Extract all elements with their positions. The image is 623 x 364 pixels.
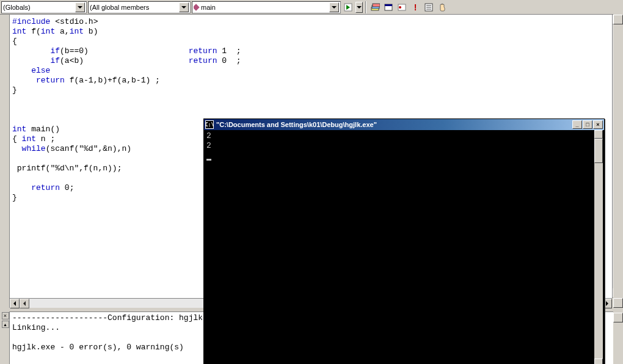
console-titlebar[interactable]: C:\ "C:\Documents and Settings\k01\Debug… — [204, 119, 604, 130]
function-dropdown[interactable]: main — [192, 1, 341, 13]
console-window[interactable]: C:\ "C:\Documents and Settings\k01\Debug… — [203, 118, 605, 364]
console-icon: C:\ — [205, 120, 214, 129]
output-gutter: × ▲ — [1, 311, 10, 364]
scroll-left-button-2[interactable] — [20, 299, 29, 308]
members-dropdown-button[interactable] — [179, 2, 189, 12]
console-scroll-down[interactable] — [594, 359, 603, 364]
hand-icon — [437, 2, 447, 12]
scope-dropdown[interactable]: (Globals) — [1, 1, 87, 13]
bookmarks-button[interactable] — [369, 1, 381, 13]
console-title-text: "C:\Documents and Settings\k01\Debug\hgj… — [216, 121, 572, 128]
outer-scroll-up[interactable] — [613, 15, 623, 24]
function-icon — [194, 4, 200, 10]
scroll-left-button[interactable] — [10, 299, 20, 308]
maximize-button[interactable]: □ — [583, 120, 592, 129]
members-dropdown[interactable]: (All global members — [88, 1, 191, 13]
members-value: (All global members — [90, 4, 178, 11]
scope-dropdown-button[interactable] — [75, 2, 85, 12]
console-vscroll[interactable] — [594, 130, 603, 364]
window-button[interactable] — [382, 1, 395, 13]
editor-gutter — [1, 15, 10, 308]
function-dropdown-button[interactable] — [329, 2, 339, 12]
svg-rect-3 — [373, 4, 380, 7]
list-button[interactable] — [423, 1, 435, 13]
stack-icon — [370, 2, 380, 12]
output-line: hgjlk.exe - 0 error(s), 0 warning(s) — [12, 343, 184, 352]
hand-button[interactable] — [436, 1, 448, 13]
exclaim-button[interactable]: ! — [409, 1, 421, 13]
console-line: 2 — [206, 131, 211, 140]
output-line: --------------------Configuration: hgjlk — [12, 313, 203, 322]
list-icon — [424, 2, 434, 12]
console-line: 2 — [206, 141, 211, 150]
toolbar-separator — [365, 1, 366, 13]
breakpoint-icon — [397, 2, 407, 12]
minimize-button[interactable]: _ — [572, 120, 582, 129]
output-close-button[interactable]: × — [2, 312, 9, 319]
function-value: main — [201, 4, 216, 11]
outer-scroll-down-2[interactable] — [613, 298, 623, 308]
breakpoint-button[interactable] — [396, 1, 408, 13]
wizard-toolbar: (Globals) (All global members main ! — [0, 0, 623, 15]
console-scroll-up[interactable] — [594, 130, 603, 139]
go-dropdown[interactable] — [355, 2, 363, 13]
exclaim-icon: ! — [414, 2, 417, 12]
svg-point-7 — [399, 6, 401, 9]
output-line: Linking... — [12, 323, 60, 332]
outer-scroll-up-2[interactable] — [613, 313, 623, 322]
scope-value: (Globals) — [3, 4, 74, 11]
console-cursor — [206, 159, 211, 161]
go-icon — [343, 2, 353, 12]
go-button[interactable] — [342, 1, 354, 13]
console-output[interactable]: 2 2 — [205, 130, 594, 364]
close-button[interactable]: × — [593, 120, 603, 129]
window-icon — [384, 2, 393, 12]
console-scroll-thumb[interactable] — [594, 139, 603, 163]
output-pin-button[interactable]: ▲ — [2, 321, 9, 328]
svg-rect-5 — [385, 4, 392, 6]
outer-vscroll — [613, 0, 623, 364]
